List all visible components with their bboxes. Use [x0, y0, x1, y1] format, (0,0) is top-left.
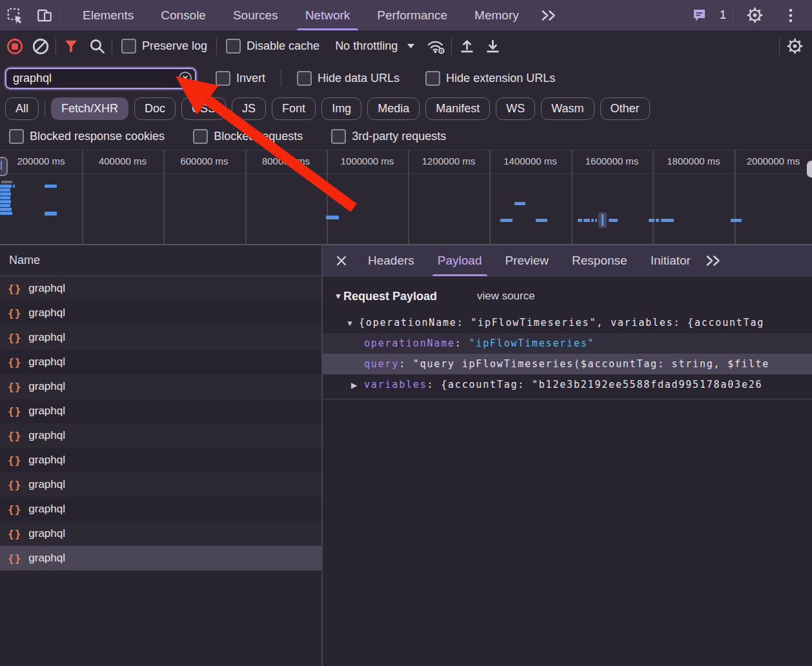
filter-chip-js[interactable]: JS [232, 97, 266, 120]
request-row[interactable]: {}graphql [0, 423, 321, 448]
request-row[interactable]: {}graphql [0, 546, 321, 570]
filter-chip-fetch-xhr[interactable]: Fetch/XHR [51, 97, 128, 120]
timeline-gridline [489, 150, 491, 244]
request-row[interactable]: {}graphql [0, 521, 321, 546]
divider [733, 7, 733, 24]
close-icon[interactable] [330, 250, 352, 272]
request-row[interactable]: {}graphql [0, 399, 321, 423]
name-column-header[interactable]: Name [0, 245, 321, 276]
request-payload-section[interactable]: ▼ Request Payload view source [323, 287, 812, 306]
detail-tab-headers[interactable]: Headers [356, 245, 426, 276]
request-list: {}graphql{}graphql{}graphql{}graphql{}gr… [0, 276, 321, 570]
overview-left-handle[interactable] [0, 157, 8, 176]
request-timeline-bar [0, 196, 10, 199]
checkbox[interactable] [331, 129, 346, 144]
3rd-party-requests-checkbox[interactable]: 3rd-party requests [326, 129, 451, 144]
network-settings-gear-icon[interactable] [784, 35, 806, 57]
filter-input[interactable] [5, 68, 196, 89]
network-overview-timeline[interactable]: 200000 ms400000 ms600000 ms800000 ms1000… [0, 150, 812, 245]
overview-right-handle[interactable] [807, 161, 812, 177]
payload-row-variables[interactable]: ▶variables: {accountTag: "b12e3b2192ee55… [323, 374, 812, 395]
preserve-log-checkbox[interactable]: Preserve log [116, 39, 212, 54]
view-source-link[interactable]: view source [477, 290, 535, 303]
device-toolbar-icon[interactable] [35, 7, 54, 24]
request-name: graphql [28, 356, 65, 368]
filter-chip-other[interactable]: Other [600, 97, 650, 120]
request-row[interactable]: {}graphql [0, 448, 321, 472]
filter-chip-img[interactable]: Img [321, 97, 361, 120]
checkbox[interactable] [9, 129, 24, 144]
payload-root-row[interactable]: ▼{operationName: "ipFlowTimeseries", var… [323, 312, 812, 333]
request-type-filters: AllFetch/XHRDocCSSJSFontImgMediaManifest… [0, 94, 812, 123]
kebab-menu-icon[interactable] [781, 7, 800, 24]
invert-checkbox[interactable]: Invert [210, 71, 270, 86]
hide-data-urls-checkbox[interactable]: Hide data URLs [292, 71, 405, 86]
more-detail-tabs-icon[interactable] [705, 254, 722, 267]
clear-filter-icon[interactable] [178, 71, 192, 85]
request-name: graphql [28, 429, 65, 442]
network-conditions-icon[interactable] [425, 35, 447, 57]
checkbox[interactable] [193, 129, 208, 144]
filter-icon[interactable] [60, 35, 82, 57]
issues-counter[interactable]: 1 [685, 8, 726, 23]
hide-extension-urls-checkbox[interactable]: Hide extension URLs [420, 71, 560, 86]
filter-chip-wasm[interactable]: Wasm [541, 97, 594, 120]
request-row[interactable]: {}graphql [0, 497, 321, 521]
tab-memory[interactable]: Memory [461, 0, 533, 30]
checkbox[interactable] [425, 71, 440, 86]
request-row[interactable]: {}graphql [0, 374, 321, 399]
checkbox[interactable] [297, 71, 312, 86]
expand-triangle-icon[interactable]: ▶ [351, 375, 364, 395]
detail-tab-payload[interactable]: Payload [426, 245, 494, 276]
filter-chip-ws[interactable]: WS [496, 97, 535, 120]
payload-row-query[interactable]: query: "query ipFlowTimeseries($accountT… [323, 354, 812, 374]
tab-network[interactable]: Network [292, 0, 364, 30]
clear-network-log-icon[interactable] [30, 35, 52, 57]
disable-cache-checkbox[interactable]: Disable cache [221, 39, 325, 54]
record-icon[interactable] [4, 35, 26, 57]
tab-performance[interactable]: Performance [363, 0, 461, 30]
request-timeline-bar [731, 219, 742, 222]
checkbox[interactable] [226, 39, 241, 54]
detail-tab-response[interactable]: Response [560, 245, 639, 276]
request-row[interactable]: {}graphql [0, 276, 321, 301]
json-braces-icon: {} [8, 283, 21, 295]
divider [216, 38, 217, 55]
divider [451, 38, 452, 55]
collapse-triangle-icon[interactable]: ▼ [346, 313, 359, 333]
json-braces-icon: {} [8, 528, 21, 540]
filter-chip-all[interactable]: All [5, 97, 39, 120]
detail-tab-preview[interactable]: Preview [494, 245, 561, 276]
payload-row-operation-name[interactable]: operationName: "ipFlowTimeseries" [323, 333, 812, 354]
timeline-tick-label: 800000 ms [262, 156, 310, 166]
filter-chip-media[interactable]: Media [367, 97, 420, 120]
request-row[interactable]: {}graphql [0, 350, 321, 374]
filter-chip-font[interactable]: Font [272, 97, 316, 120]
blocked-response-cookies-checkbox[interactable]: Blocked response cookies [4, 129, 170, 144]
inspect-cursor-icon[interactable] [5, 7, 25, 24]
filter-chip-doc[interactable]: Doc [134, 97, 176, 120]
tab-console[interactable]: Console [147, 0, 219, 30]
filter-chip-css[interactable]: CSS [181, 97, 226, 120]
tab-elements[interactable]: Elements [69, 0, 147, 30]
tab-sources[interactable]: Sources [219, 0, 292, 30]
blocked-requests-checkbox[interactable]: Blocked requests [188, 129, 308, 144]
settings-gear-icon[interactable] [745, 6, 764, 24]
export-har-icon[interactable] [482, 35, 503, 57]
detail-tab-initiator[interactable]: Initiator [639, 245, 702, 276]
checkbox[interactable] [216, 71, 230, 86]
request-timeline-bar [0, 188, 10, 192]
request-row[interactable]: {}graphql [0, 301, 321, 325]
more-tabs-icon[interactable] [538, 9, 560, 22]
filter-chip-manifest[interactable]: Manifest [425, 97, 490, 120]
divider [112, 38, 112, 55]
request-row[interactable]: {}graphql [0, 472, 321, 497]
import-har-icon[interactable] [456, 35, 478, 57]
collapse-triangle-icon[interactable]: ▼ [334, 292, 342, 301]
checkbox[interactable] [121, 39, 136, 54]
request-row[interactable]: {}graphql [0, 325, 321, 350]
throttling-dropdown[interactable]: No throttling [329, 39, 421, 53]
request-name: graphql [28, 331, 65, 344]
search-icon[interactable] [86, 35, 108, 57]
json-braces-icon: {} [8, 356, 21, 368]
